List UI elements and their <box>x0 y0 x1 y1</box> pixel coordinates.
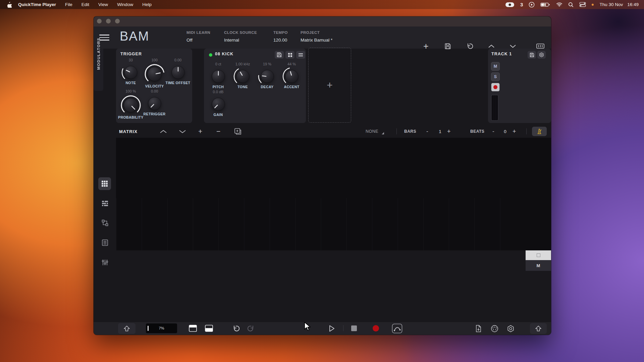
shortcuts-icon[interactable]: 3 <box>520 2 523 7</box>
clock-source-field[interactable]: CLOCK SOURCE Internal <box>224 31 257 43</box>
knob-dial[interactable] <box>209 67 228 86</box>
track-record-arm-button[interactable] <box>491 83 500 92</box>
matrix-expand-icon[interactable] <box>179 126 186 137</box>
shift-octave-up-button[interactable] <box>118 323 136 334</box>
play-circle-icon[interactable] <box>529 2 535 8</box>
knob-dial[interactable] <box>209 95 228 114</box>
pattern-checkbox-m[interactable] <box>526 250 551 260</box>
spotlight-icon[interactable] <box>568 2 574 7</box>
knob-dial[interactable] <box>233 67 252 86</box>
beats-increment-button[interactable]: + <box>513 126 516 137</box>
clock-source-value[interactable]: Internal <box>224 38 257 43</box>
knob-dial[interactable] <box>282 67 301 86</box>
knob-dial[interactable] <box>258 67 277 86</box>
control-center-icon[interactable] <box>579 2 586 7</box>
mixer-icon[interactable] <box>100 257 110 267</box>
knob-note[interactable]: 33NOTE <box>118 58 144 88</box>
track-save-icon[interactable] <box>528 51 536 59</box>
menu-help[interactable]: Help <box>142 2 152 7</box>
knob-retrigger[interactable]: 0.00RETRIGGER <box>144 89 166 119</box>
record-icon <box>373 325 379 331</box>
battery-charging-icon[interactable] <box>540 2 550 7</box>
matrix-remove-icon[interactable]: − <box>216 126 220 137</box>
menu-window[interactable]: Window <box>117 2 133 7</box>
knob-time-offset[interactable]: 0.00TIME OFFSET <box>166 58 191 88</box>
apple-icon[interactable] <box>7 2 12 8</box>
knob-dial[interactable] <box>144 63 166 85</box>
knob-dial[interactable] <box>121 63 140 82</box>
song-view-icon[interactable] <box>100 238 110 248</box>
knob-dial[interactable] <box>145 94 164 113</box>
knob-value: 19 % <box>263 62 271 67</box>
matrix-grid-empty-area[interactable] <box>116 198 526 250</box>
scale-dropdown[interactable]: NONE <box>366 126 384 137</box>
midi-learn-value[interactable]: Off <box>186 38 210 43</box>
matrix-add-icon[interactable]: + <box>198 126 202 137</box>
metronome-button[interactable] <box>532 127 547 136</box>
main-menu-icon[interactable] <box>99 33 111 42</box>
project-value[interactable]: Matrix Bamual * <box>301 38 332 43</box>
add-icon[interactable]: + <box>421 41 431 51</box>
knob-pitch[interactable]: 0 ctPITCH <box>206 62 230 89</box>
zoom-button[interactable] <box>115 19 120 23</box>
step-sequencer-icon[interactable] <box>100 198 110 208</box>
pattern-number-row <box>116 260 526 271</box>
play-button[interactable] <box>328 324 335 333</box>
close-button[interactable] <box>97 19 102 23</box>
redo-icon[interactable] <box>247 324 255 333</box>
wifi-icon[interactable] <box>556 2 562 7</box>
knob-gain[interactable]: 0.0 dBGAIN <box>206 90 230 117</box>
matrix-grid <box>116 138 526 250</box>
stop-button[interactable] <box>351 325 357 331</box>
menubar-date[interactable]: Thu 30 Nov <box>599 2 623 7</box>
project-field[interactable]: PROJECT Matrix Bamual * <box>301 31 332 43</box>
menu-view[interactable]: View <box>98 2 108 7</box>
knob-tone[interactable]: 1.00 kHzTONE <box>230 62 255 89</box>
bars-decrement-button[interactable]: - <box>426 126 428 137</box>
knob-dial[interactable] <box>120 94 142 116</box>
midi-icon[interactable] <box>491 325 498 333</box>
import-file-icon[interactable] <box>475 325 482 333</box>
tempo-field[interactable]: TEMPO 120.00 <box>273 31 288 43</box>
undo-icon[interactable] <box>232 324 240 333</box>
save-icon[interactable] <box>443 41 453 51</box>
tempo-value[interactable]: 120.00 <box>273 38 288 43</box>
window-titlebar[interactable] <box>94 16 551 26</box>
panel-top-layout-icon[interactable] <box>189 325 197 332</box>
automation-button[interactable] <box>392 323 402 334</box>
bars-value[interactable]: 1 <box>436 126 444 137</box>
menu-file[interactable]: File <box>65 2 72 7</box>
settings-icon[interactable] <box>507 325 515 333</box>
midi-learn-field[interactable]: MIDI LEARN Off <box>186 31 210 43</box>
track-mute-button[interactable]: M <box>491 62 500 71</box>
add-module-slot[interactable]: + <box>308 48 351 123</box>
menu-edit[interactable]: Edit <box>82 2 89 7</box>
panel-bottom-layout-icon[interactable] <box>205 325 213 332</box>
matrix-collapse-icon[interactable] <box>160 126 167 137</box>
pattern-cell-m[interactable]: M <box>526 260 551 271</box>
knob-velocity[interactable]: 100VELOCITY <box>144 58 166 88</box>
undo-icon[interactable] <box>465 41 475 51</box>
knob-value: 44 % <box>287 62 296 67</box>
instrument-menu-icon[interactable] <box>296 51 305 59</box>
knob-decay[interactable]: 19 %DECAY <box>255 62 279 89</box>
track-settings-icon[interactable] <box>537 51 546 59</box>
track-solo-button[interactable]: S <box>491 72 500 81</box>
beats-value[interactable]: 0 <box>501 126 509 137</box>
routing-icon[interactable] <box>100 218 110 228</box>
screen-recording-icon[interactable] <box>505 2 515 7</box>
knob-accent[interactable]: 44 %ACCENT <box>279 62 304 89</box>
knob-dial[interactable] <box>169 63 187 82</box>
beats-decrement-button[interactable]: - <box>492 126 494 137</box>
menubar-app-name[interactable]: QuickTime Player <box>18 2 56 7</box>
matrix-duplicate-icon[interactable] <box>234 126 242 137</box>
menubar-time[interactable]: 16:49 <box>627 2 639 7</box>
pads-view-icon[interactable] <box>98 177 111 190</box>
minimize-button[interactable] <box>106 19 111 23</box>
pad-grid-icon[interactable] <box>285 51 294 59</box>
shift-up-button[interactable] <box>530 323 547 334</box>
instrument-save-icon[interactable] <box>275 51 284 59</box>
record-button[interactable] <box>373 325 379 331</box>
knob-probability[interactable]: 100 %PROBABILITY <box>118 89 144 119</box>
bars-increment-button[interactable]: + <box>447 126 451 137</box>
